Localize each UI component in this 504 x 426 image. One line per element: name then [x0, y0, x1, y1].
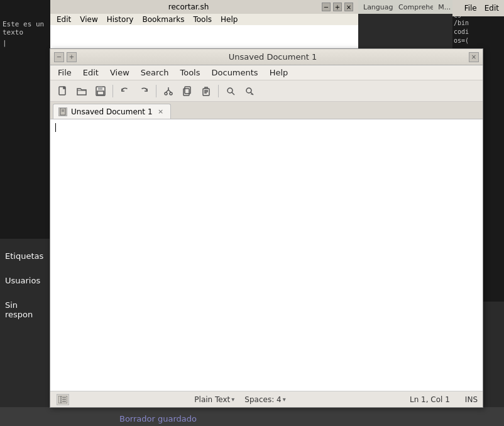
terminal-menu-history[interactable]: History: [103, 15, 138, 24]
statusbar-language-label: Plain Text: [194, 395, 230, 404]
sidebar-item-sinrespon[interactable]: Sin respon: [3, 293, 48, 327]
find-btn[interactable]: [222, 83, 239, 99]
gedit-minimize-btn[interactable]: −: [54, 52, 64, 62]
terminal-close-btn[interactable]: ×: [344, 3, 353, 11]
statusbar-spaces[interactable]: Spaces: 4 ▾: [244, 395, 285, 404]
gedit-menu-tools[interactable]: Tools: [175, 67, 205, 79]
svg-line-7: [166, 90, 168, 92]
statusbar-spaces-label: Spaces: 4: [244, 395, 281, 404]
open-document-btn[interactable]: [73, 83, 90, 99]
toolbar-sep-1: [112, 85, 113, 97]
gedit-statusbar: Plain Text ▾ Spaces: 4 ▾ Ln 1, Col 1 INS: [50, 391, 483, 407]
svg-rect-4: [97, 91, 104, 95]
right-file-menu[interactable]: File: [462, 4, 479, 13]
statusbar-position-label: Ln 1, Col 1: [410, 395, 450, 404]
gedit-menubar: File Edit View Search Tools Documents He…: [50, 65, 483, 80]
svg-point-16: [227, 88, 233, 93]
background-tabs: Language Comprehen M...: [358, 0, 452, 14]
terminal-window-controls: − + ×: [322, 3, 353, 11]
statusbar-sidebar-toggle[interactable]: [55, 394, 70, 405]
gedit-window: − + Unsaved Document 1 × File Edit View …: [50, 48, 483, 408]
undo-btn[interactable]: [116, 83, 134, 99]
bg-tab-language[interactable]: Language: [358, 2, 393, 13]
spaces-dropdown-arrow: ▾: [283, 396, 286, 403]
gedit-tab-close-btn[interactable]: ×: [156, 107, 165, 116]
svg-point-5: [165, 92, 167, 95]
copy-btn[interactable]: [178, 83, 196, 99]
bottom-draft-text: Borrador guardado: [119, 414, 197, 423]
statusbar-mode-label: INS: [465, 395, 478, 404]
terminal-menu-edit[interactable]: Edit: [53, 15, 75, 24]
gedit-maximize-btn[interactable]: +: [67, 52, 77, 62]
svg-line-8: [168, 90, 171, 92]
gedit-tab-label: Unsaved Document 1: [71, 107, 153, 116]
statusbar-position: Ln 1, Col 1: [410, 395, 450, 404]
left-sidebar: Etiquetas Usuarios Sin respon: [0, 239, 50, 364]
replace-btn[interactable]: [241, 83, 258, 99]
sidebar-toggle-btn[interactable]: [57, 394, 69, 405]
gedit-title: Unsaved Document 1: [79, 52, 466, 62]
redo-btn[interactable]: [135, 83, 153, 99]
bottom-bar: [0, 407, 504, 426]
terminal-menu-view[interactable]: View: [76, 15, 101, 24]
terminal-minimize-btn[interactable]: −: [322, 3, 331, 11]
gedit-close-btn[interactable]: ×: [469, 52, 479, 62]
terminal-maximize-btn[interactable]: +: [333, 3, 342, 11]
sidebar-item-usuarios[interactable]: Usuarios: [3, 268, 48, 293]
left-terminal: Este es un texto |: [0, 0, 50, 239]
text-cursor: [55, 123, 56, 132]
statusbar-language[interactable]: Plain Text ▾: [194, 395, 234, 404]
right-edit-menu[interactable]: Edit: [482, 4, 501, 13]
bg-tab-comprehen[interactable]: Comprehen: [393, 2, 433, 13]
terminal-menu-tools[interactable]: Tools: [189, 15, 216, 24]
gedit-menu-edit[interactable]: Edit: [78, 67, 104, 79]
gedit-titlebar: − + Unsaved Document 1 ×: [50, 49, 483, 65]
svg-point-18: [246, 88, 251, 93]
cursor-line: [55, 123, 478, 132]
gedit-editor-area[interactable]: [50, 119, 483, 391]
terminal-title: recortar.sh: [55, 3, 322, 11]
gedit-menu-documents[interactable]: Documents: [207, 67, 263, 79]
paste-btn[interactable]: [197, 83, 215, 99]
cut-btn[interactable]: [160, 83, 177, 99]
statusbar-center: Plain Text ▾ Spaces: 4 ▾: [70, 395, 410, 404]
svg-rect-3: [98, 87, 102, 90]
terminal-text: Este es un texto: [3, 20, 48, 36]
statusbar-insert-mode: INS: [465, 395, 478, 404]
svg-point-6: [170, 92, 172, 95]
gedit-tabs: Unsaved Document 1 ×: [50, 102, 483, 119]
terminal-menubar: Edit View History Bookmarks Tools Help: [50, 14, 358, 25]
gedit-menu-help[interactable]: Help: [265, 67, 293, 79]
gedit-tab-unsaved[interactable]: Unsaved Document 1 ×: [53, 104, 171, 119]
terminal-titlebar: recortar.sh − + ×: [50, 0, 358, 14]
gedit-menu-file[interactable]: File: [53, 67, 77, 79]
toolbar-sep-3: [218, 85, 219, 97]
save-document-btn[interactable]: [92, 83, 109, 99]
gedit-toolbar: [50, 80, 483, 102]
new-document-btn[interactable]: [54, 83, 72, 99]
svg-line-17: [232, 92, 234, 95]
gedit-menu-search[interactable]: Search: [136, 67, 174, 79]
gedit-menu-view[interactable]: View: [105, 67, 134, 79]
terminal-menu-help[interactable]: Help: [217, 15, 241, 24]
tab-doc-icon: [58, 107, 67, 116]
right-top-bar: File Edit: [452, 0, 504, 16]
language-dropdown-arrow: ▾: [231, 396, 234, 403]
sidebar-item-etiquetas[interactable]: Etiquetas: [3, 244, 48, 268]
toolbar-sep-2: [156, 85, 156, 97]
terminal-menu-bookmarks[interactable]: Bookmarks: [138, 15, 188, 24]
bg-tab-m[interactable]: M...: [433, 2, 452, 13]
